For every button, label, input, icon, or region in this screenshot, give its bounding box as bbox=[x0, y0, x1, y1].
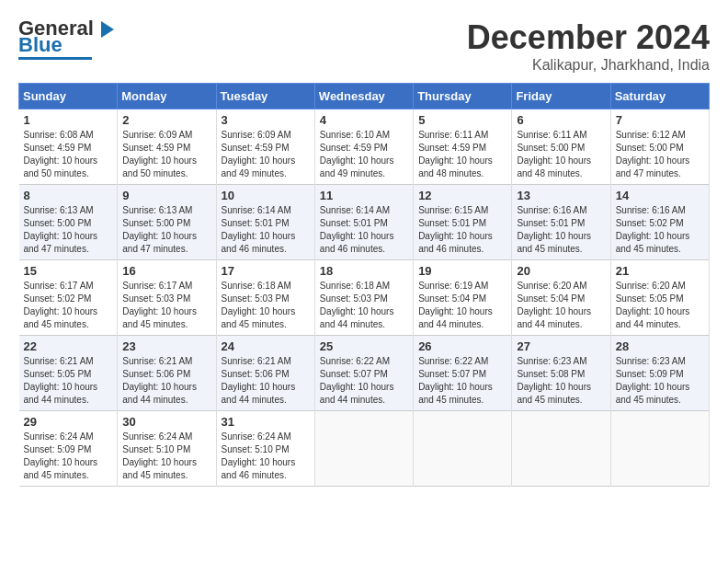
day-info: Sunrise: 6:24 AMSunset: 5:09 PMDaylight:… bbox=[24, 431, 98, 480]
day-header-sunday: Sunday bbox=[19, 84, 118, 109]
day-number: 6 bbox=[517, 113, 605, 127]
day-info: Sunrise: 6:13 AMSunset: 5:00 PMDaylight:… bbox=[24, 205, 98, 254]
day-number: 14 bbox=[616, 189, 704, 202]
day-info: Sunrise: 6:12 AMSunset: 5:00 PMDaylight:… bbox=[616, 130, 690, 178]
logo-arrow-icon bbox=[101, 21, 114, 38]
day-info: Sunrise: 6:14 AMSunset: 5:01 PMDaylight:… bbox=[320, 205, 394, 254]
day-header-monday: Monday bbox=[118, 84, 216, 109]
day-cell-21: 21Sunrise: 6:20 AMSunset: 5:05 PMDayligh… bbox=[610, 260, 709, 336]
day-cell-24: 24Sunrise: 6:21 AMSunset: 5:06 PMDayligh… bbox=[216, 336, 314, 411]
day-info: Sunrise: 6:15 AMSunset: 5:01 PMDaylight:… bbox=[418, 205, 493, 254]
day-cell-3: 3Sunrise: 6:09 AMSunset: 4:59 PMDaylight… bbox=[216, 109, 314, 185]
day-number: 7 bbox=[616, 113, 704, 127]
week-row-4: 22Sunrise: 6:21 AMSunset: 5:05 PMDayligh… bbox=[19, 336, 710, 411]
day-cell-29: 29Sunrise: 6:24 AMSunset: 5:09 PMDayligh… bbox=[19, 411, 118, 487]
day-info: Sunrise: 6:10 AMSunset: 4:59 PMDaylight:… bbox=[320, 130, 394, 178]
day-cell-27: 27Sunrise: 6:23 AMSunset: 5:08 PMDayligh… bbox=[512, 336, 610, 411]
logo-blue-text: Blue bbox=[18, 35, 63, 55]
day-cell-26: 26Sunrise: 6:22 AMSunset: 5:07 PMDayligh… bbox=[414, 336, 512, 411]
empty-cell bbox=[414, 411, 512, 487]
month-title: December 2024 bbox=[467, 18, 710, 57]
day-info: Sunrise: 6:16 AMSunset: 5:02 PMDaylight:… bbox=[616, 205, 690, 254]
day-header-tuesday: Tuesday bbox=[216, 84, 314, 109]
day-number: 28 bbox=[616, 339, 704, 353]
day-cell-11: 11Sunrise: 6:14 AMSunset: 5:01 PMDayligh… bbox=[314, 185, 413, 260]
day-header-saturday: Saturday bbox=[610, 84, 709, 109]
day-info: Sunrise: 6:21 AMSunset: 5:06 PMDaylight:… bbox=[222, 356, 296, 405]
day-cell-4: 4Sunrise: 6:10 AMSunset: 4:59 PMDaylight… bbox=[314, 109, 413, 185]
day-number: 26 bbox=[418, 339, 506, 353]
day-cell-7: 7Sunrise: 6:12 AMSunset: 5:00 PMDaylight… bbox=[610, 109, 709, 185]
day-info: Sunrise: 6:11 AMSunset: 5:00 PMDaylight:… bbox=[517, 130, 591, 178]
day-number: 2 bbox=[122, 113, 210, 127]
day-cell-14: 14Sunrise: 6:16 AMSunset: 5:02 PMDayligh… bbox=[610, 185, 709, 260]
week-row-5: 29Sunrise: 6:24 AMSunset: 5:09 PMDayligh… bbox=[19, 411, 710, 487]
day-cell-23: 23Sunrise: 6:21 AMSunset: 5:06 PMDayligh… bbox=[118, 336, 216, 411]
day-cell-15: 15Sunrise: 6:17 AMSunset: 5:02 PMDayligh… bbox=[19, 260, 118, 336]
day-number: 4 bbox=[320, 113, 408, 127]
day-cell-18: 18Sunrise: 6:18 AMSunset: 5:03 PMDayligh… bbox=[314, 260, 413, 336]
day-info: Sunrise: 6:20 AMSunset: 5:04 PMDaylight:… bbox=[517, 281, 591, 329]
day-cell-1: 1Sunrise: 6:08 AMSunset: 4:59 PMDaylight… bbox=[19, 109, 118, 185]
week-row-3: 15Sunrise: 6:17 AMSunset: 5:02 PMDayligh… bbox=[19, 260, 710, 336]
day-cell-13: 13Sunrise: 6:16 AMSunset: 5:01 PMDayligh… bbox=[512, 185, 610, 260]
day-number: 24 bbox=[222, 339, 310, 353]
day-info: Sunrise: 6:20 AMSunset: 5:05 PMDaylight:… bbox=[616, 281, 690, 329]
day-number: 15 bbox=[24, 264, 113, 278]
day-number: 3 bbox=[222, 113, 310, 127]
day-cell-22: 22Sunrise: 6:21 AMSunset: 5:05 PMDayligh… bbox=[19, 336, 118, 411]
day-number: 25 bbox=[320, 339, 408, 353]
day-info: Sunrise: 6:18 AMSunset: 5:03 PMDaylight:… bbox=[320, 281, 394, 329]
day-number: 1 bbox=[24, 113, 113, 127]
day-info: Sunrise: 6:18 AMSunset: 5:03 PMDaylight:… bbox=[222, 281, 296, 329]
empty-cell bbox=[610, 411, 709, 487]
day-number: 30 bbox=[122, 415, 210, 429]
day-cell-10: 10Sunrise: 6:14 AMSunset: 5:01 PMDayligh… bbox=[216, 185, 314, 260]
day-number: 31 bbox=[222, 415, 310, 429]
day-info: Sunrise: 6:17 AMSunset: 5:02 PMDaylight:… bbox=[24, 281, 98, 329]
day-number: 5 bbox=[418, 113, 506, 127]
day-number: 11 bbox=[320, 189, 408, 202]
day-info: Sunrise: 6:24 AMSunset: 5:10 PMDaylight:… bbox=[122, 431, 197, 480]
location-title: Kalikapur, Jharkhand, India bbox=[467, 57, 710, 74]
day-cell-8: 8Sunrise: 6:13 AMSunset: 5:00 PMDaylight… bbox=[19, 185, 118, 260]
logo-divider bbox=[18, 57, 92, 60]
day-number: 27 bbox=[517, 339, 605, 353]
day-cell-6: 6Sunrise: 6:11 AMSunset: 5:00 PMDaylight… bbox=[512, 109, 610, 185]
day-info: Sunrise: 6:21 AMSunset: 5:05 PMDaylight:… bbox=[24, 356, 98, 405]
day-header-thursday: Thursday bbox=[414, 84, 512, 109]
day-header-friday: Friday bbox=[512, 84, 610, 109]
day-number: 13 bbox=[517, 189, 605, 202]
day-number: 18 bbox=[320, 264, 408, 278]
day-cell-28: 28Sunrise: 6:23 AMSunset: 5:09 PMDayligh… bbox=[610, 336, 709, 411]
day-number: 22 bbox=[24, 339, 113, 353]
day-cell-31: 31Sunrise: 6:24 AMSunset: 5:10 PMDayligh… bbox=[216, 411, 314, 487]
day-info: Sunrise: 6:23 AMSunset: 5:08 PMDaylight:… bbox=[517, 356, 591, 405]
day-info: Sunrise: 6:24 AMSunset: 5:10 PMDaylight:… bbox=[222, 431, 296, 480]
day-number: 20 bbox=[517, 264, 605, 278]
day-cell-12: 12Sunrise: 6:15 AMSunset: 5:01 PMDayligh… bbox=[414, 185, 512, 260]
day-info: Sunrise: 6:16 AMSunset: 5:01 PMDaylight:… bbox=[517, 205, 591, 254]
day-number: 10 bbox=[222, 189, 310, 202]
day-info: Sunrise: 6:22 AMSunset: 5:07 PMDaylight:… bbox=[320, 356, 394, 405]
week-row-2: 8Sunrise: 6:13 AMSunset: 5:00 PMDaylight… bbox=[19, 185, 710, 260]
empty-cell bbox=[512, 411, 610, 487]
day-info: Sunrise: 6:08 AMSunset: 4:59 PMDaylight:… bbox=[24, 130, 98, 178]
day-number: 16 bbox=[122, 264, 210, 278]
day-cell-17: 17Sunrise: 6:18 AMSunset: 5:03 PMDayligh… bbox=[216, 260, 314, 336]
day-number: 17 bbox=[222, 264, 310, 278]
day-cell-25: 25Sunrise: 6:22 AMSunset: 5:07 PMDayligh… bbox=[314, 336, 413, 411]
day-info: Sunrise: 6:11 AMSunset: 4:59 PMDaylight:… bbox=[418, 130, 493, 178]
day-number: 12 bbox=[418, 189, 506, 202]
day-info: Sunrise: 6:09 AMSunset: 4:59 PMDaylight:… bbox=[222, 130, 296, 178]
logo: General Blue bbox=[18, 18, 114, 60]
day-info: Sunrise: 6:19 AMSunset: 5:04 PMDaylight:… bbox=[418, 281, 493, 329]
empty-cell bbox=[314, 411, 413, 487]
day-cell-9: 9Sunrise: 6:13 AMSunset: 5:00 PMDaylight… bbox=[118, 185, 216, 260]
week-row-1: 1Sunrise: 6:08 AMSunset: 4:59 PMDaylight… bbox=[19, 109, 710, 185]
day-info: Sunrise: 6:17 AMSunset: 5:03 PMDaylight:… bbox=[122, 281, 197, 329]
day-number: 21 bbox=[616, 264, 704, 278]
day-number: 8 bbox=[24, 189, 113, 202]
calendar-table: SundayMondayTuesdayWednesdayThursdayFrid… bbox=[18, 83, 710, 487]
days-header-row: SundayMondayTuesdayWednesdayThursdayFrid… bbox=[19, 84, 710, 109]
